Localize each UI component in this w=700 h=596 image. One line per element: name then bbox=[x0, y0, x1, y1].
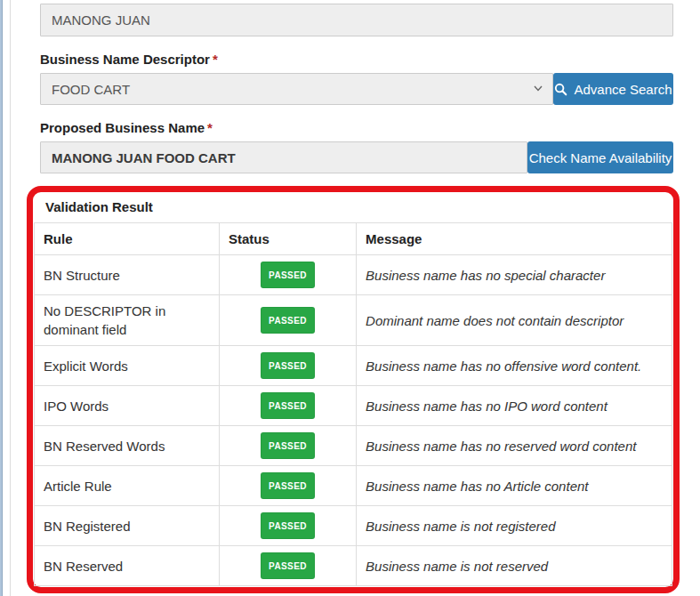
advance-search-label: Advance Search bbox=[574, 82, 672, 97]
status-badge: PASSED bbox=[261, 472, 315, 499]
check-name-availability-button[interactable]: Check Name Availability bbox=[527, 141, 673, 173]
validation-table-row: BN Registered PASSED Business name is no… bbox=[35, 506, 672, 546]
proposed-name-label: Proposed Business Name* bbox=[40, 119, 673, 136]
proposed-name-input[interactable] bbox=[40, 141, 527, 173]
column-header-status: Status bbox=[219, 223, 356, 255]
rule-cell: BN Reserved bbox=[35, 546, 220, 586]
status-badge: PASSED bbox=[261, 552, 315, 579]
proposed-name-label-text: Proposed Business Name bbox=[40, 120, 205, 135]
message-cell: Business name is not reserved bbox=[357, 546, 672, 586]
advance-search-button[interactable]: Advance Search bbox=[553, 73, 673, 105]
validation-table-row: BN Reserved Words PASSED Business name h… bbox=[35, 426, 672, 466]
message-cell: Business name has no special character bbox=[357, 255, 672, 295]
validation-table-row: No DESCRIPTOR in dominant field PASSED D… bbox=[35, 295, 672, 346]
page-left-border bbox=[10, 0, 11, 596]
search-icon bbox=[554, 83, 567, 96]
descriptor-select[interactable]: FOOD CART bbox=[40, 73, 553, 105]
validation-result-panel: Validation Result Rule Status Message BN… bbox=[27, 186, 680, 593]
validation-table-row: IPO Words PASSED Business name has no IP… bbox=[35, 386, 672, 426]
rule-cell: Article Rule bbox=[35, 466, 220, 506]
validation-table-body: BN Structure PASSED Business name has no… bbox=[35, 255, 672, 586]
status-cell: PASSED bbox=[219, 466, 356, 506]
descriptor-label: Business Name Descriptor* bbox=[40, 51, 673, 68]
status-cell: PASSED bbox=[219, 295, 356, 346]
column-header-rule: Rule bbox=[35, 223, 220, 255]
chevron-down-icon bbox=[533, 83, 543, 93]
status-badge: PASSED bbox=[261, 262, 315, 288]
status-cell: PASSED bbox=[219, 426, 356, 466]
validation-table-row: BN Reserved PASSED Business name is not … bbox=[35, 546, 672, 586]
descriptor-row: FOOD CART Advance Search bbox=[40, 73, 673, 105]
required-asterisk: * bbox=[207, 120, 213, 135]
message-cell: Business name is not registered bbox=[357, 506, 672, 546]
validation-result-title: Validation Result bbox=[34, 192, 672, 222]
rule-cell: BN Registered bbox=[35, 506, 220, 546]
rule-cell: No DESCRIPTOR in dominant field bbox=[35, 295, 220, 346]
descriptor-label-text: Business Name Descriptor bbox=[40, 52, 210, 67]
dominant-name-input[interactable] bbox=[40, 4, 673, 36]
message-cell: Business name has no reserved word conte… bbox=[357, 426, 672, 466]
message-cell: Business name has no Article content bbox=[357, 466, 672, 506]
status-cell: PASSED bbox=[219, 506, 356, 546]
status-badge: PASSED bbox=[261, 432, 315, 459]
status-badge: PASSED bbox=[261, 352, 315, 379]
rule-cell: Explicit Words bbox=[35, 346, 220, 386]
status-cell: PASSED bbox=[219, 255, 356, 295]
status-cell: PASSED bbox=[219, 346, 356, 386]
column-header-message: Message bbox=[357, 223, 672, 255]
proposed-name-row: Check Name Availability bbox=[40, 141, 673, 173]
validation-table-row: Explicit Words PASSED Business name has … bbox=[35, 346, 672, 386]
status-cell: PASSED bbox=[219, 386, 356, 426]
validation-table-row: BN Structure PASSED Business name has no… bbox=[35, 255, 672, 295]
status-badge: PASSED bbox=[261, 392, 315, 419]
validation-table-row: Article Rule PASSED Business name has no… bbox=[35, 466, 672, 506]
message-cell: Dominant name does not contain descripto… bbox=[357, 295, 672, 346]
rule-cell: IPO Words bbox=[35, 386, 220, 426]
rule-cell: BN Structure bbox=[35, 255, 220, 295]
check-name-availability-label: Check Name Availability bbox=[529, 150, 672, 165]
status-cell: PASSED bbox=[219, 546, 356, 586]
validation-table-header-row: Rule Status Message bbox=[35, 223, 672, 255]
required-asterisk: * bbox=[213, 52, 218, 67]
rule-cell: BN Reserved Words bbox=[35, 426, 220, 466]
status-badge: PASSED bbox=[261, 307, 315, 334]
status-badge: PASSED bbox=[261, 512, 315, 539]
validation-table: Rule Status Message BN Structure PASSED … bbox=[34, 222, 672, 586]
descriptor-selected-value: FOOD CART bbox=[52, 82, 130, 97]
message-cell: Business name has no offensive word cont… bbox=[357, 346, 672, 386]
form-content: Business Name Descriptor* FOOD CART Adva… bbox=[40, 0, 673, 596]
message-cell: Business name has no IPO word content bbox=[357, 386, 672, 426]
page-left-accent bbox=[0, 0, 3, 596]
